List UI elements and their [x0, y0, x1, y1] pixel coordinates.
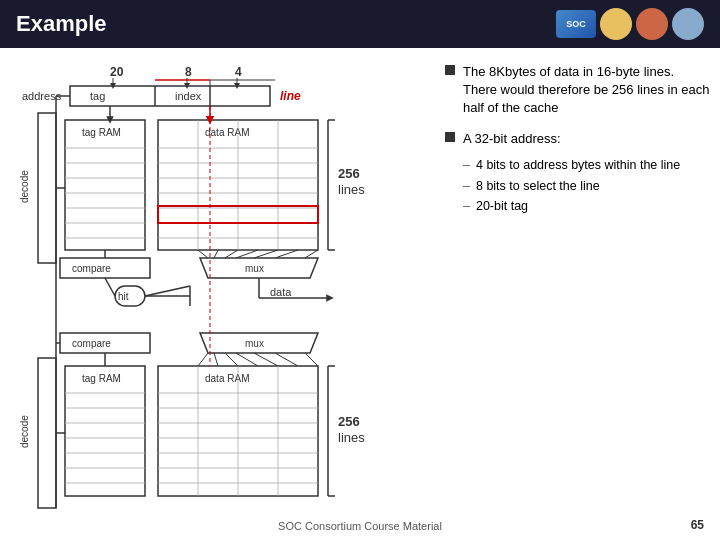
svg-line-45	[105, 278, 115, 296]
footer: SOC Consortium Course Material	[0, 520, 720, 532]
sub-bullet-0: – 4 bits to address bytes within the lin…	[463, 156, 680, 175]
svg-line-37	[214, 250, 218, 258]
data-ram-label-bottom: data RAM	[205, 373, 249, 384]
mux-label-top: mux	[245, 263, 264, 274]
bits-offset-label: 4	[235, 65, 242, 79]
lines-label-bottom: lines	[338, 430, 365, 445]
sub-bullet-2: – 20-bit tag	[463, 197, 680, 216]
svg-rect-9	[38, 113, 56, 263]
compare-label-bottom: compare	[72, 338, 111, 349]
bullet-icon-2	[445, 132, 455, 142]
svg-line-40	[254, 250, 278, 258]
logo-2	[600, 8, 632, 40]
svg-line-76	[214, 353, 218, 366]
sub-bullet-0-text: 4 bits to address bytes within the line	[476, 156, 680, 175]
lines-label-top: lines	[338, 182, 365, 197]
soc-logo: SOC	[556, 10, 596, 38]
page-header: Example SOC	[0, 0, 720, 48]
svg-line-41	[275, 250, 298, 258]
dash-2: –	[463, 197, 470, 216]
tag-ram-label-bottom: tag RAM	[82, 373, 121, 384]
sub-bullet-1: – 8 bits to select the line	[463, 177, 680, 196]
sub-bullets: – 4 bits to address bytes within the lin…	[463, 156, 680, 216]
svg-line-75	[198, 353, 208, 366]
dash-0: –	[463, 156, 470, 175]
decode-label-top: decode	[19, 170, 30, 203]
logo-3	[636, 8, 668, 40]
bits-index-label: 8	[185, 65, 192, 79]
footer-org: SOC Consortium Course Material	[278, 520, 442, 532]
svg-line-39	[236, 250, 258, 258]
svg-rect-52	[38, 358, 56, 508]
mux-label-bottom: mux	[245, 338, 264, 349]
hit-label-top: hit	[118, 291, 129, 302]
page-title: Example	[16, 11, 107, 37]
bullet-2-main: A 32-bit address:	[463, 130, 680, 148]
svg-line-79	[254, 353, 278, 366]
index-field-label: index	[175, 90, 202, 102]
256-label-bottom: 256	[338, 414, 360, 429]
tag-field-label: tag	[90, 90, 105, 102]
svg-rect-53	[65, 366, 145, 496]
svg-line-78	[236, 353, 258, 366]
diagram-area: 20 8 4 address tag index line	[0, 48, 440, 540]
svg-line-81	[305, 353, 318, 366]
line-label-top: line	[280, 89, 301, 103]
main-content: 20 8 4 address tag index line	[0, 48, 720, 540]
footer-page: 65	[691, 518, 704, 532]
text-area: The 8Kbytes of data in 16-byte lines. Th…	[440, 48, 720, 540]
bullet-1-text: The 8Kbytes of data in 16-byte lines. Th…	[463, 63, 710, 118]
svg-line-80	[275, 353, 298, 366]
compare-label-top: compare	[72, 263, 111, 274]
svg-line-46	[145, 286, 190, 296]
bullet-2-content: A 32-bit address: – 4 bits to address by…	[463, 130, 680, 218]
tag-ram-label-top: tag RAM	[82, 127, 121, 138]
logo-4	[672, 8, 704, 40]
bits-tag-label: 20	[110, 65, 124, 79]
bullet-2: A 32-bit address: – 4 bits to address by…	[445, 130, 710, 218]
svg-rect-10	[65, 120, 145, 250]
sub-bullet-1-text: 8 bits to select the line	[476, 177, 600, 196]
decode-label-bottom: decode	[19, 415, 30, 448]
sub-bullet-2-text: 20-bit tag	[476, 197, 528, 216]
svg-line-36	[198, 250, 208, 258]
svg-line-77	[225, 353, 238, 366]
data-ram-label-top: data RAM	[205, 127, 249, 138]
data-label-top: data	[270, 286, 292, 298]
bullet-1: The 8Kbytes of data in 16-byte lines. Th…	[445, 63, 710, 118]
cache-diagram: 20 8 4 address tag index line	[10, 58, 440, 538]
256-label-top: 256	[338, 166, 360, 181]
svg-line-42	[305, 250, 318, 258]
dash-1: –	[463, 177, 470, 196]
bullet-icon-1	[445, 65, 455, 75]
logos-area: SOC	[556, 8, 704, 40]
svg-line-38	[225, 250, 238, 258]
